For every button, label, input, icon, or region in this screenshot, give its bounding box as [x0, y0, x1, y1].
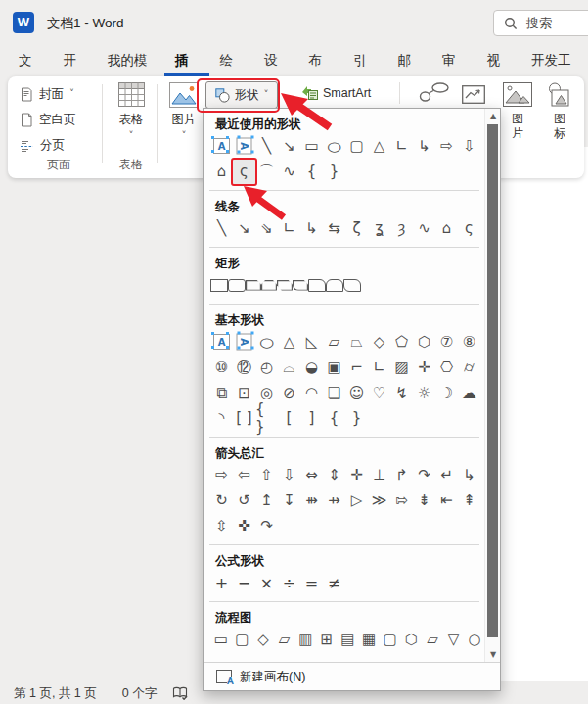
frame-shape[interactable]: ▣ [323, 355, 345, 380]
menu-scrollbar[interactable]: ▲ ▼ [484, 109, 500, 663]
u-turn-arrow-shape[interactable]: ↷ [413, 463, 435, 488]
line-shape[interactable]: ╲ [255, 134, 278, 159]
sun-shape[interactable]: ☼ [413, 381, 435, 405]
tab-5[interactable]: 设计 [253, 47, 298, 76]
flowchart-manual-operation-shape[interactable]: ▽ [443, 628, 465, 652]
scribble-shape[interactable]: ς [233, 160, 255, 184]
octagon-shape[interactable]: ⑧ [458, 330, 480, 354]
rectangle-shape[interactable] [210, 279, 228, 292]
quad-arrow-shape[interactable]: ✛ [345, 463, 368, 488]
tab-1[interactable]: 开始 [53, 47, 98, 76]
flowchart-alternate-process-shape[interactable]: ▢ [232, 628, 253, 652]
snip-single-corner-rectangle-shape[interactable] [246, 280, 261, 291]
elbow-arrow-connector-shape[interactable]: ↳ [413, 134, 435, 159]
scrollbar-thumb[interactable] [487, 124, 498, 637]
teardrop-shape[interactable]: ◒ [300, 355, 323, 380]
left-up-arrow-shape[interactable]: ↳ [458, 463, 480, 488]
cross-shape[interactable]: ✛ [413, 355, 435, 380]
right-brace-shape[interactable]: } [323, 160, 345, 184]
curved-left-arrow-shape[interactable]: ↺ [233, 489, 255, 513]
striped-right-arrow-shape[interactable]: ⇻ [300, 489, 323, 513]
right-brace-shape[interactable]: } [345, 406, 368, 431]
multiplication-sign-shape[interactable]: × [255, 571, 278, 595]
tab-active[interactable]: 插入 [164, 47, 209, 76]
vertical-text-box-shape[interactable]: A [237, 138, 252, 155]
blank-page-button[interactable]: 空白页 [20, 108, 76, 131]
snip-diagonal-corner-rectangle-shape[interactable] [277, 280, 293, 291]
left-brace-shape[interactable]: { [323, 406, 345, 431]
curved-connector-shape[interactable]: ζ [345, 216, 368, 241]
flowchart-connector-shape[interactable]: ○ [464, 628, 485, 652]
flowchart-preparation-shape[interactable]: ⬡ [400, 628, 422, 652]
curved-up-arrow-shape[interactable]: ↥ [255, 489, 278, 513]
proofing-book-icon[interactable] [172, 686, 189, 700]
trapezoid-shape[interactable]: ⏢ [345, 330, 368, 354]
table-button[interactable]: 表格 ˅ [110, 82, 153, 140]
not-equal-sign-shape[interactable]: ≠ [323, 571, 345, 595]
flowchart-internal-storage-shape[interactable]: ⊞ [316, 628, 338, 652]
freeform-shape[interactable]: ⌂ [210, 160, 233, 184]
chevron-arrow-shape[interactable]: ≫ [368, 489, 390, 513]
curved-down-arrow-shape[interactable]: ↧ [278, 489, 300, 513]
down-arrow-callout-shape[interactable]: ⇟ [413, 489, 435, 513]
notched-right-arrow-shape[interactable]: ⇸ [323, 489, 345, 513]
left-brace-shape[interactable]: { [300, 160, 323, 184]
arc-shape[interactable]: ◝ [210, 406, 233, 431]
parallelogram-shape[interactable]: ▱ [323, 330, 345, 354]
regular-pentagon-shape[interactable]: ⬠ [390, 330, 413, 354]
rounded-rectangle-shape[interactable] [228, 279, 246, 292]
cover-page-button[interactable]: 封面 ˅ [20, 82, 74, 106]
tab-11[interactable]: 开发工具 [520, 47, 588, 76]
dodecagon-shape[interactable]: ⑫ [233, 355, 255, 380]
chart-icon[interactable] [462, 85, 485, 104]
heptagon-shape[interactable]: ⑦ [435, 330, 458, 354]
tab-8[interactable]: 邮件 [387, 47, 432, 76]
tab-10[interactable]: 视图 [476, 47, 521, 76]
flowchart-decision-shape[interactable]: ◇ [252, 628, 274, 652]
folded-corner-shape[interactable]: ❏ [323, 381, 345, 405]
icons-button[interactable]: 图标 [542, 82, 577, 141]
text-box-shape[interactable]: A [213, 138, 230, 154]
division-sign-shape[interactable]: ÷ [278, 571, 300, 595]
round-single-corner-rectangle-shape[interactable] [308, 279, 326, 292]
can-shape[interactable]: ⌭ [458, 355, 480, 380]
quad-arrow-callout-shape[interactable]: ✜ [233, 514, 255, 539]
flowchart-data-shape[interactable]: ▱ [274, 628, 295, 652]
new-drawing-canvas-item[interactable]: A 新建画布(N) [204, 662, 500, 690]
right-arrow-callout-shape[interactable]: ⇰ [390, 489, 413, 513]
round-same-side-corner-rectangle-shape[interactable] [326, 279, 343, 292]
flowchart-document-shape[interactable]: ▤ [338, 628, 359, 652]
curved-right-arrow-shape[interactable]: ↻ [210, 489, 233, 513]
right-triangle-shape[interactable]: ◺ [300, 330, 323, 354]
curve-shape[interactable]: ∿ [413, 216, 435, 241]
heart-shape[interactable]: ♡ [368, 381, 390, 405]
cube-shape[interactable]: ⧉ [210, 381, 233, 405]
bent-arrow-shape[interactable]: ↱ [390, 463, 413, 488]
bevel-shape[interactable]: ⊡ [233, 381, 255, 405]
arc-shape[interactable]: ⌒ [255, 160, 278, 184]
left-right-arrow-shape[interactable]: ⇔ [300, 463, 323, 488]
snip-same-side-corner-rectangle-shape[interactable] [261, 280, 277, 291]
l-shape-shape[interactable]: ∟ [368, 355, 390, 380]
elbow-double-arrow-connector-shape[interactable]: ⇆ [323, 216, 345, 241]
flowchart-multidocument-shape[interactable]: ▦ [358, 628, 380, 652]
freeform-shape[interactable]: ⌂ [435, 216, 458, 241]
word-count[interactable]: 0 个字 [122, 685, 157, 702]
decagon-shape[interactable]: ⑩ [210, 355, 233, 380]
search-input[interactable]: 搜索 [493, 10, 588, 36]
flowchart-manual-input-shape[interactable]: ▱ [422, 628, 443, 652]
tab-2[interactable]: 我的模板 [97, 47, 164, 76]
loop-shape-icon[interactable] [419, 81, 450, 103]
cloud-shape[interactable]: ☁ [458, 381, 480, 405]
moon-shape[interactable]: ☽ [435, 381, 458, 405]
plus-sign-shape[interactable]: + [210, 571, 233, 595]
up-arrow-callout-shape[interactable]: ⇞ [458, 489, 480, 513]
smiley-face-shape[interactable]: ☺ [345, 381, 368, 405]
scroll-down-icon[interactable]: ▼ [485, 648, 501, 662]
chord-shape[interactable]: ⌓ [278, 355, 300, 380]
elbow-connector-shape[interactable]: ∟ [390, 134, 413, 159]
diamond-shape[interactable]: ◇ [368, 330, 390, 354]
isosceles-triangle-shape[interactable]: △ [368, 134, 390, 159]
scroll-up-icon[interactable]: ▲ [485, 110, 501, 123]
block-arc-shape[interactable]: ◠ [300, 381, 323, 405]
